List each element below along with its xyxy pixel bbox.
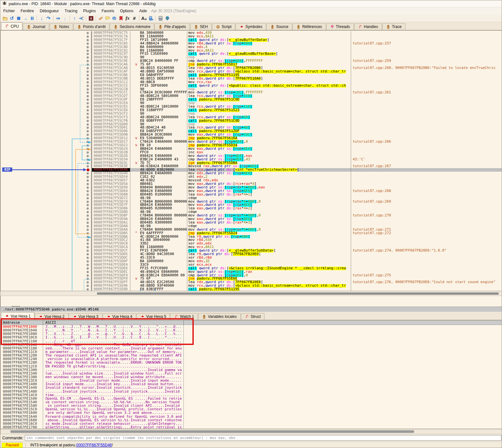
breakpoint-gutter[interactable]	[1, 144, 92, 147]
disasm-row[interactable]: 00007FF667F55DB5^E9 6AFFFFFFjmp padoru.7…	[1, 232, 502, 235]
breakpoint-dot[interactable]	[87, 165, 89, 167]
dump-tab-struct[interactable]: Struct	[241, 313, 265, 320]
breakpoint-gutter[interactable]	[1, 277, 92, 281]
breakpoint-gutter[interactable]	[1, 158, 92, 161]
dump-tab-watch-1[interactable]: Watch 1	[170, 313, 198, 320]
text-encoding-icon[interactable]: A₂	[141, 15, 147, 22]
breakpoint-gutter[interactable]	[1, 151, 92, 154]
breakpoint-gutter[interactable]	[1, 94, 92, 98]
hex-dump-view[interactable]: Addresse ASCII 00007FF667FE1000J...M...z…	[0, 320, 502, 429]
breakpoint-gutter[interactable]	[1, 42, 92, 45]
breakpoint-gutter[interactable]	[1, 267, 92, 270]
breakpoint-gutter[interactable]	[1, 221, 92, 224]
dump-row[interactable]: 00007FF667FE1700glGetString.....glClear.…	[1, 425, 502, 429]
execute-till-return-icon[interactable]: ↑	[71, 15, 78, 22]
breakpoint-gutter[interactable]	[1, 35, 92, 38]
dump-tab-vue-hexa-2[interactable]: Vue Hexa 2	[35, 313, 68, 320]
tab-script[interactable]: Script	[212, 23, 236, 30]
breakpoint-gutter[interactable]	[1, 73, 92, 77]
breakpoint-dot[interactable]	[87, 222, 89, 224]
breakpoint-dot[interactable]	[87, 246, 89, 248]
breakpoint-dot[interactable]	[87, 194, 89, 196]
breakpoint-gutter[interactable]	[1, 182, 92, 186]
disasm-row[interactable]: 00007FF667F55D54C1E2 02shl edx,2	[1, 175, 502, 179]
disasm-row[interactable]: 00007FF667F55D2BFFC0inc eax	[1, 151, 502, 154]
breakpoint-dot[interactable]	[87, 116, 89, 119]
breakpoint-dot[interactable]	[87, 74, 89, 76]
disasm-row[interactable]: 00007FF667F55D3E48:638424 E40A0000movsxd…	[1, 165, 502, 168]
breakpoint-dot[interactable]	[87, 102, 89, 104]
breakpoint-gutter[interactable]	[1, 245, 92, 249]
breakpoint-dot[interactable]	[87, 148, 89, 150]
disasm-row[interactable]: 00007FF667F55CEDE8 31B8FFFFcall padoru.7…	[1, 109, 502, 112]
breakpoint-dot[interactable]	[87, 204, 89, 206]
disasm-row[interactable]: 00007FF667F55CDFE8 29BFFFFFcall padoru.7…	[1, 98, 502, 101]
breakpoint-gutter[interactable]	[1, 59, 92, 63]
breakpoint-gutter[interactable]	[1, 81, 92, 84]
disasm-row[interactable]: 00007FF667F55CBB48:8D15 DEB3FFFFlea rdx,…	[1, 77, 502, 81]
menu-favoris[interactable]: Favoris	[99, 8, 117, 14]
breakpoint-gutter[interactable]	[1, 91, 92, 94]
breakpoint-dot[interactable]	[87, 78, 89, 80]
breakpoint-dot[interactable]	[87, 190, 89, 192]
breakpoint-gutter[interactable]	[1, 281, 92, 284]
breakpoint-gutter[interactable]	[1, 175, 92, 179]
breakpoint-dot[interactable]	[87, 81, 89, 83]
breakpoint-dot[interactable]	[87, 271, 89, 273]
breakpoint-gutter[interactable]	[1, 260, 92, 263]
breakpoint-gutter[interactable]	[1, 228, 92, 232]
disasm-row[interactable]: 00007FF667F55D0148:8D4C24 48lea rcx,qwor…	[1, 126, 502, 129]
disasm-row[interactable]: 00007FF667F55C75BA 30040000mov edx,430	[1, 31, 502, 35]
disasm-row[interactable]: 00007FF667F55CF348:8D8C24 D8000000lea rc…	[1, 116, 502, 119]
breakpoint-gutter[interactable]	[1, 70, 92, 73]
open-file-icon[interactable]	[2, 15, 8, 22]
breakpoint-dot[interactable]	[87, 71, 89, 73]
breakpoint-dot[interactable]	[87, 183, 89, 185]
breakpoint-dot[interactable]	[87, 214, 89, 217]
dump-row[interactable]: 00007FF667FE1480........Invalid joystick…	[1, 390, 502, 393]
breakpoint-dot[interactable]	[87, 218, 89, 220]
breakpoint-dot[interactable]	[87, 201, 89, 203]
breakpoint-dot[interactable]	[87, 253, 89, 255]
breakpoint-dot[interactable]	[87, 264, 89, 266]
disasm-row[interactable]: 00007FF667F55DCFFF15 E36F0900call qword …	[1, 249, 502, 253]
menu-aide[interactable]: Aide	[136, 8, 150, 14]
dump-tab-vue-hexa-1[interactable]: Vue Hexa 1	[1, 312, 34, 320]
breakpoint-gutter[interactable]	[1, 249, 92, 253]
label-icon[interactable]	[111, 15, 117, 22]
breakpoint-gutter[interactable]	[1, 210, 92, 214]
breakpoint-gutter[interactable]	[1, 56, 92, 59]
breakpoint-dot[interactable]	[87, 109, 89, 111]
tab-source[interactable]: Source	[266, 23, 292, 30]
breakpoint-gutter[interactable]	[1, 140, 92, 144]
breakpoint-dot[interactable]	[87, 137, 89, 139]
breakpoint-dot[interactable]	[87, 85, 89, 87]
tab-pile-d-appels[interactable]: Pile d'appels	[154, 23, 190, 30]
disasm-row[interactable]: 00007FF667F55C7FFF15 1B710900call qword …	[1, 38, 502, 42]
breakpoint-dot[interactable]	[87, 239, 89, 241]
disasm-row[interactable]: 00007FF667F55D8D48:98cdqe	[1, 210, 502, 214]
step-into-trace-icon[interactable]: ↓	[61, 15, 68, 22]
breakpoint-dot[interactable]	[87, 99, 89, 101]
breakpoint-dot[interactable]	[87, 232, 89, 234]
stop-icon[interactable]	[15, 15, 22, 22]
breakpoint-gutter[interactable]	[1, 165, 92, 168]
disasm-row[interactable]: 00007FF667F55CE490nop	[1, 101, 502, 105]
breakpoint-dot[interactable]	[87, 113, 89, 115]
disasm-row[interactable]: 00007FF667F55D5D898494 B0060000mov dword…	[1, 186, 502, 189]
breakpoint-gutter[interactable]	[1, 168, 92, 172]
dump-tab-vue-hexa-3[interactable]: Vue Hexa 3	[69, 313, 102, 320]
breakpoint-gutter[interactable]	[1, 214, 92, 217]
breakpoint-dot[interactable]	[87, 120, 89, 122]
dump-tab-vue-hexa-5[interactable]: Vue Hexa 5	[136, 313, 170, 320]
breakpoint-gutter[interactable]	[1, 109, 92, 112]
tab-symboles[interactable]: Symboles	[236, 23, 266, 30]
breakpoint-dot[interactable]	[87, 267, 89, 270]
breakpoint-gutter[interactable]	[1, 224, 92, 228]
dump-tab-variables-locales[interactable]: Variables locales	[198, 313, 241, 320]
breakpoint-gutter[interactable]	[1, 147, 92, 151]
breakpoint-dot[interactable]	[87, 260, 89, 262]
breakpoint-dot[interactable]	[87, 257, 89, 259]
breakpoint-gutter[interactable]	[1, 217, 92, 221]
disasm-row[interactable]: 00007FF667F55CE548:8D8C24 18010000lea rc…	[1, 105, 502, 109]
